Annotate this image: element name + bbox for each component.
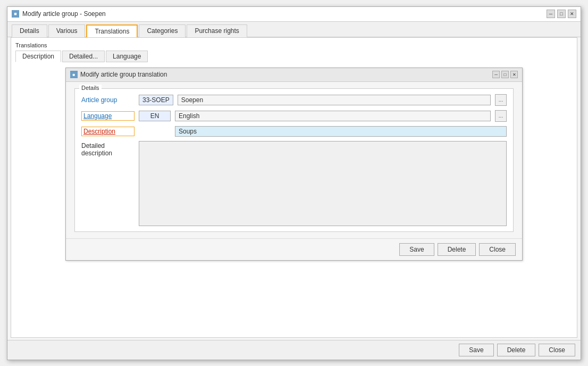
sub-tab-detailed[interactable]: Detailed... bbox=[62, 51, 105, 62]
inner-titlebar-controls: ─ □ ✕ bbox=[492, 71, 518, 78]
inner-dialog-footer: Save Delete Close bbox=[66, 238, 522, 260]
inner-delete-button[interactable]: Delete bbox=[438, 243, 476, 256]
translations-section-label: Translations bbox=[15, 42, 573, 48]
inner-minimize-button[interactable]: ─ bbox=[492, 71, 500, 78]
inner-window-icon: ■ bbox=[70, 71, 78, 78]
sub-tab-language[interactable]: Language bbox=[106, 51, 148, 62]
outer-save-button[interactable]: Save bbox=[459, 344, 493, 356]
tab-details[interactable]: Details bbox=[12, 24, 47, 37]
details-group-label: Details bbox=[79, 85, 102, 91]
outer-footer: Save Delete Close bbox=[7, 340, 581, 360]
detailed-description-row: Detailed description bbox=[81, 141, 507, 226]
inner-close-button[interactable]: ✕ bbox=[510, 71, 518, 78]
article-group-browse-button[interactable]: ... bbox=[495, 94, 507, 106]
sub-tabs: Description Detailed... Language bbox=[15, 51, 573, 62]
sub-tab-description[interactable]: Description bbox=[15, 51, 61, 62]
outer-close-button[interactable]: Close bbox=[539, 344, 575, 356]
titlebar: ■ Modify article group - Soepen ─ □ ✕ bbox=[7, 7, 581, 22]
tab-various[interactable]: Various bbox=[48, 24, 86, 37]
tab-purchase-rights[interactable]: Purchase rights bbox=[187, 24, 247, 37]
inner-titlebar: ■ Modify article group translation ─ □ ✕ bbox=[66, 68, 522, 82]
close-button[interactable]: ✕ bbox=[568, 10, 576, 18]
window-icon: ■ bbox=[12, 10, 19, 18]
titlebar-controls: ─ □ ✕ bbox=[547, 10, 576, 18]
article-group-code: 33-SOEP bbox=[139, 95, 173, 105]
language-browse-button[interactable]: ... bbox=[495, 110, 507, 122]
inner-maximize-button[interactable]: □ bbox=[501, 71, 509, 78]
language-code: EN bbox=[139, 111, 171, 121]
language-input[interactable] bbox=[175, 111, 491, 121]
language-row: Language EN ... bbox=[81, 110, 507, 122]
maximize-button[interactable]: □ bbox=[557, 10, 566, 18]
description-input[interactable] bbox=[175, 126, 507, 137]
inner-window-title: Modify article group translation bbox=[80, 71, 167, 78]
inner-content: Details Article group 33-SOEP ... Langua… bbox=[66, 82, 522, 238]
window-title: Modify article group - Soepen bbox=[22, 10, 106, 18]
inner-dialog: ■ Modify article group translation ─ □ ✕… bbox=[65, 68, 523, 261]
detailed-description-label: Detailed description bbox=[81, 141, 135, 157]
outer-delete-button[interactable]: Delete bbox=[497, 344, 536, 356]
tab-categories[interactable]: Categories bbox=[139, 24, 186, 37]
description-row: Description bbox=[81, 126, 507, 137]
detailed-description-textarea[interactable] bbox=[139, 141, 507, 226]
content-area: Translations Description Detailed... Lan… bbox=[11, 37, 577, 338]
tab-translations[interactable]: Translations bbox=[86, 24, 138, 37]
inner-close-button-footer[interactable]: Close bbox=[479, 243, 516, 256]
description-label: Description bbox=[81, 127, 135, 136]
inner-save-button[interactable]: Save bbox=[399, 243, 434, 256]
article-group-row: Article group 33-SOEP ... bbox=[81, 94, 507, 106]
inner-titlebar-left: ■ Modify article group translation bbox=[70, 71, 167, 78]
main-tabs: Details Various Translations Categories … bbox=[7, 22, 581, 37]
titlebar-left: ■ Modify article group - Soepen bbox=[12, 10, 106, 18]
minimize-button[interactable]: ─ bbox=[547, 10, 555, 18]
article-group-label: Article group bbox=[81, 96, 135, 104]
details-group: Details Article group 33-SOEP ... Langua… bbox=[74, 88, 514, 232]
language-label: Language bbox=[81, 111, 135, 121]
main-window: ■ Modify article group - Soepen ─ □ ✕ De… bbox=[7, 6, 581, 360]
article-group-input[interactable] bbox=[178, 95, 491, 105]
